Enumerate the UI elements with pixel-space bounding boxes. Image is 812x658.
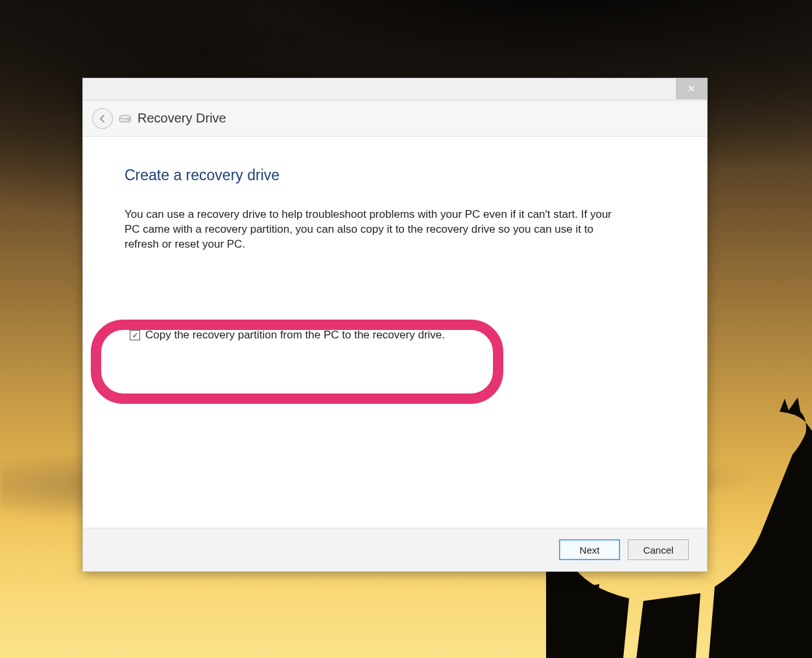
- next-button[interactable]: Next: [559, 539, 620, 560]
- drive-icon: [119, 115, 131, 123]
- copy-partition-label: Copy the recovery partition from the PC …: [145, 329, 445, 342]
- copy-partition-option[interactable]: ✓ Copy the recovery partition from the P…: [130, 329, 445, 342]
- recovery-drive-wizard-window: ✕ Recovery Drive Create a recovery drive…: [82, 78, 708, 572]
- window-titlebar: ✕: [83, 78, 707, 100]
- close-button[interactable]: ✕: [676, 78, 707, 99]
- checkmark-icon: ✓: [132, 332, 138, 339]
- back-arrow-icon: [97, 113, 108, 124]
- cancel-button[interactable]: Cancel: [628, 539, 689, 560]
- page-body-text: You can use a recovery drive to help tro…: [125, 207, 617, 252]
- next-button-label: Next: [580, 545, 600, 556]
- page-heading: Create a recovery drive: [125, 167, 665, 184]
- copy-partition-checkbox[interactable]: ✓: [130, 330, 140, 340]
- back-button[interactable]: [92, 108, 113, 129]
- wizard-content-area: Create a recovery drive You can use a re…: [83, 137, 707, 528]
- wizard-title: Recovery Drive: [137, 111, 226, 126]
- wizard-nav-header: Recovery Drive: [83, 100, 707, 137]
- wizard-button-bar: Next Cancel: [83, 528, 707, 571]
- cancel-button-label: Cancel: [643, 545, 674, 556]
- close-icon: ✕: [687, 83, 696, 95]
- svg-point-1: [120, 115, 131, 119]
- svg-point-2: [128, 119, 129, 121]
